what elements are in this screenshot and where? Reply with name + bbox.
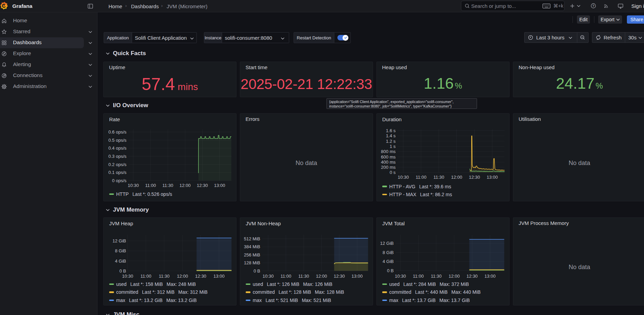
- svg-text:12 GiB: 12 GiB: [380, 241, 394, 246]
- svg-text:12:30: 12:30: [334, 274, 345, 279]
- svg-text:1.6 s: 1.6 s: [386, 128, 396, 133]
- svg-text:0.6 ops/s: 0.6 ops/s: [108, 129, 126, 135]
- svg-text:10:30: 10:30: [395, 274, 406, 279]
- svg-text:10:30: 10:30: [128, 183, 139, 188]
- svg-text:12:30: 12:30: [469, 175, 480, 180]
- svg-text:800 ms: 800 ms: [381, 149, 396, 154]
- svg-text:13:00: 13:00: [351, 274, 363, 279]
- svg-text:0.1 ops/s: 0.1 ops/s: [108, 170, 126, 175]
- svg-text:200 ms: 200 ms: [381, 165, 396, 170]
- svg-text:12:00: 12:00: [451, 175, 462, 180]
- svg-text:12:00: 12:00: [448, 274, 460, 279]
- svg-text:12:00: 12:00: [177, 274, 188, 279]
- svg-text:512 MiB: 512 MiB: [244, 236, 260, 241]
- svg-text:12:30: 12:30: [466, 274, 478, 279]
- svg-text:12:00: 12:00: [316, 274, 327, 279]
- svg-text:0.4 ops/s: 0.4 ops/s: [108, 146, 126, 151]
- svg-text:11:00: 11:00: [413, 274, 424, 279]
- svg-text:11:00: 11:00: [280, 274, 291, 279]
- svg-text:10:30: 10:30: [262, 274, 274, 279]
- svg-text:12:30: 12:30: [197, 183, 208, 188]
- svg-text:13:00: 13:00: [213, 274, 224, 279]
- svg-text:1.2 s: 1.2 s: [386, 139, 396, 144]
- svg-text:600 ms: 600 ms: [381, 154, 396, 160]
- svg-text:0 s: 0 s: [389, 170, 396, 175]
- svg-text:256 MiB: 256 MiB: [244, 252, 260, 257]
- svg-text:1 s: 1 s: [389, 144, 396, 149]
- svg-text:11:30: 11:30: [162, 183, 173, 188]
- svg-text:8 GiB: 8 GiB: [115, 248, 126, 253]
- svg-text:4 GiB: 4 GiB: [115, 259, 126, 264]
- svg-text:Rate: Rate: [109, 116, 120, 122]
- svg-text:10:30: 10:30: [122, 274, 133, 279]
- svg-text:11:30: 11:30: [159, 274, 170, 279]
- svg-text:JVM Total: JVM Total: [382, 220, 405, 226]
- svg-text:0 ops/s: 0 ops/s: [112, 178, 126, 183]
- svg-text:13:00: 13:00: [214, 183, 225, 188]
- svg-text:11:00: 11:00: [415, 175, 426, 180]
- svg-text:0.2 ops/s: 0.2 ops/s: [108, 162, 126, 167]
- svg-text:400 ms: 400 ms: [381, 160, 396, 165]
- svg-text:11:00: 11:00: [140, 274, 151, 279]
- svg-text:?: ?: [592, 4, 594, 8]
- svg-text:4 GiB: 4 GiB: [382, 259, 394, 264]
- svg-text:Duration: Duration: [382, 116, 402, 122]
- svg-text:13:00: 13:00: [487, 175, 498, 180]
- svg-text:JVM Non-Heap: JVM Non-Heap: [246, 220, 281, 226]
- svg-text:0 B: 0 B: [253, 268, 260, 274]
- svg-text:8 GiB: 8 GiB: [382, 250, 394, 255]
- svg-text:128 MiB: 128 MiB: [244, 260, 260, 265]
- svg-text:0.5 ops/s: 0.5 ops/s: [108, 138, 126, 143]
- svg-text:384 MiB: 384 MiB: [244, 244, 260, 249]
- svg-text:0 B: 0 B: [387, 268, 394, 273]
- svg-text:12:30: 12:30: [195, 274, 206, 279]
- svg-text:12:00: 12:00: [179, 183, 191, 188]
- svg-text:11:00: 11:00: [145, 183, 156, 188]
- svg-text:10:30: 10:30: [398, 175, 409, 180]
- svg-text:0 B: 0 B: [119, 268, 126, 274]
- svg-text:11:30: 11:30: [431, 274, 442, 279]
- svg-text:11:30: 11:30: [298, 274, 309, 279]
- svg-text:0.3 ops/s: 0.3 ops/s: [108, 154, 126, 159]
- svg-text:1.4 s: 1.4 s: [386, 133, 396, 138]
- svg-text:12 GiB: 12 GiB: [112, 238, 126, 243]
- svg-text:13:00: 13:00: [484, 274, 495, 279]
- svg-text:JVM Heap: JVM Heap: [109, 220, 133, 226]
- svg-text:11:30: 11:30: [433, 175, 444, 180]
